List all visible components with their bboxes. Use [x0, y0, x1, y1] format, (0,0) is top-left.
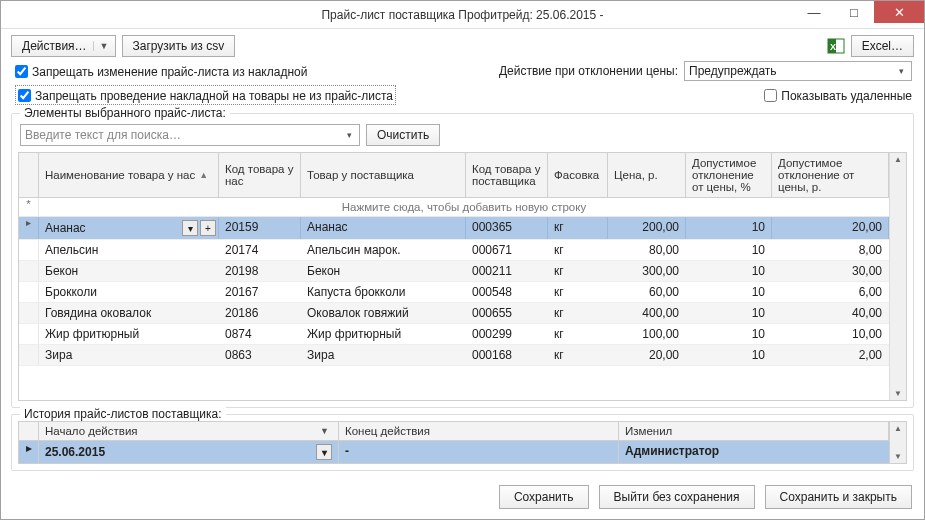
- elements-fieldset: Элементы выбранного прайс-листа: Введите…: [11, 113, 914, 408]
- table-row[interactable]: Бекон20198Бекон000211кг300,001030,00: [19, 261, 889, 282]
- table-row[interactable]: Зира0863Зира000168кг20,00102,00: [19, 345, 889, 366]
- actions-button[interactable]: Действия… ▼: [11, 35, 116, 57]
- excel-button[interactable]: Excel…: [851, 35, 914, 57]
- chevron-down-icon[interactable]: ▾: [182, 220, 198, 236]
- elements-legend: Элементы выбранного прайс-листа:: [20, 106, 230, 120]
- history-scrollbar[interactable]: ▲ ▼: [890, 421, 907, 464]
- window-title: Прайс-лист поставщика Профитрейд: 25.06.…: [321, 8, 603, 22]
- price-grid: Наименование товара у нас▲ Код товара у …: [18, 152, 907, 401]
- chevron-down-icon: ▼: [93, 41, 109, 51]
- col-price[interactable]: Цена, р.: [608, 153, 686, 197]
- col-history-end[interactable]: Конец действия: [339, 422, 619, 440]
- toolbar: Действия… ▼ Загрузить из csv X Excel…: [1, 29, 924, 59]
- table-row[interactable]: Брокколи20167Капуста брокколи000548кг60,…: [19, 282, 889, 303]
- load-csv-button[interactable]: Загрузить из csv: [122, 35, 236, 57]
- new-row[interactable]: * Нажмите сюда, чтобы добавить новую стр…: [19, 198, 889, 217]
- window-controls: — □ ✕: [794, 1, 924, 23]
- table-row[interactable]: ▸Ананас▾+20159Ананас000365кг200,001020,0…: [19, 217, 889, 240]
- clear-button[interactable]: Очистить: [366, 124, 440, 146]
- col-name[interactable]: Наименование товара у нас▲: [39, 153, 219, 197]
- minimize-button[interactable]: —: [794, 1, 834, 23]
- chevron-down-icon: ▼: [317, 426, 332, 436]
- col-our-code[interactable]: Код товара у нас: [219, 153, 301, 197]
- forbid-accept-checkbox[interactable]: Запрещать проведение накладной на товары…: [15, 85, 396, 105]
- table-row[interactable]: Говядина оковалок20186Оковалок говяжий00…: [19, 303, 889, 324]
- actions-label: Действия…: [22, 39, 87, 53]
- grid-headers: Наименование товара у нас▲ Код товара у …: [19, 153, 889, 198]
- table-row[interactable]: Жир фритюрный0874Жир фритюрный000299кг10…: [19, 324, 889, 345]
- chevron-down-icon: ▾: [344, 130, 355, 140]
- col-supplier-name[interactable]: Товар у поставщика: [301, 153, 466, 197]
- save-button[interactable]: Сохранить: [499, 485, 589, 509]
- excel-icon: X: [827, 37, 845, 55]
- vertical-scrollbar[interactable]: ▲ ▼: [889, 153, 906, 400]
- options-row-1: Запрещать изменение прайс-листа из накла…: [1, 59, 924, 83]
- svg-text:X: X: [830, 42, 836, 52]
- history-grid: Начало действия▼ Конец действия Изменил …: [18, 421, 890, 464]
- col-history-changed[interactable]: Изменил: [619, 422, 889, 440]
- exit-button[interactable]: Выйти без сохранения: [599, 485, 755, 509]
- header-stub: [19, 153, 39, 197]
- titlebar: Прайс-лист поставщика Профитрейд: 25.06.…: [1, 1, 924, 29]
- show-deleted-checkbox[interactable]: Показывать удаленные: [764, 87, 912, 103]
- scroll-up-icon: ▲: [892, 153, 904, 166]
- history-fieldset: История прайс-листов поставщика: Начало …: [11, 414, 914, 471]
- history-legend: История прайс-листов поставщика:: [20, 407, 226, 421]
- chevron-down-icon: ▾: [896, 66, 907, 76]
- search-row: Введите текст для поиска… ▾ Очистить: [18, 120, 907, 152]
- footer: Сохранить Выйти без сохранения Сохранить…: [1, 477, 924, 519]
- options-row-2: Запрещать проведение накладной на товары…: [1, 83, 924, 107]
- col-dev-pct[interactable]: Допустимое отклонение от цены, %: [686, 153, 772, 197]
- table-row[interactable]: Апельсин20174Апельсин марок.000671кг80,0…: [19, 240, 889, 261]
- close-button[interactable]: ✕: [874, 1, 924, 23]
- col-history-start[interactable]: Начало действия▼: [39, 422, 339, 440]
- search-input[interactable]: Введите текст для поиска… ▾: [20, 124, 360, 146]
- maximize-button[interactable]: □: [834, 1, 874, 23]
- scroll-down-icon: ▼: [892, 450, 904, 463]
- deviation-action-select[interactable]: Предупреждать ▾: [684, 61, 912, 81]
- window: Прайс-лист поставщика Профитрейд: 25.06.…: [0, 0, 925, 520]
- save-close-button[interactable]: Сохранить и закрыть: [765, 485, 912, 509]
- col-pack[interactable]: Фасовка: [548, 153, 608, 197]
- forbid-change-checkbox[interactable]: Запрещать изменение прайс-листа из накла…: [15, 63, 307, 79]
- col-dev-rub[interactable]: Допустимое отклонение от цены, р.: [772, 153, 889, 197]
- chevron-down-icon[interactable]: ▾: [316, 444, 332, 460]
- scroll-up-icon: ▲: [892, 422, 904, 435]
- scroll-down-icon: ▼: [892, 387, 904, 400]
- plus-icon[interactable]: +: [200, 220, 216, 236]
- sort-asc-icon: ▲: [199, 170, 208, 180]
- grid-rows: ▸Ананас▾+20159Ананас000365кг200,001020,0…: [19, 217, 889, 400]
- col-supplier-code[interactable]: Код товара у поставщика: [466, 153, 548, 197]
- deviation-action-label: Действие при отклонении цены:: [499, 64, 678, 78]
- history-row[interactable]: ▸ 25.06.2015▾ - Администратор: [19, 441, 889, 463]
